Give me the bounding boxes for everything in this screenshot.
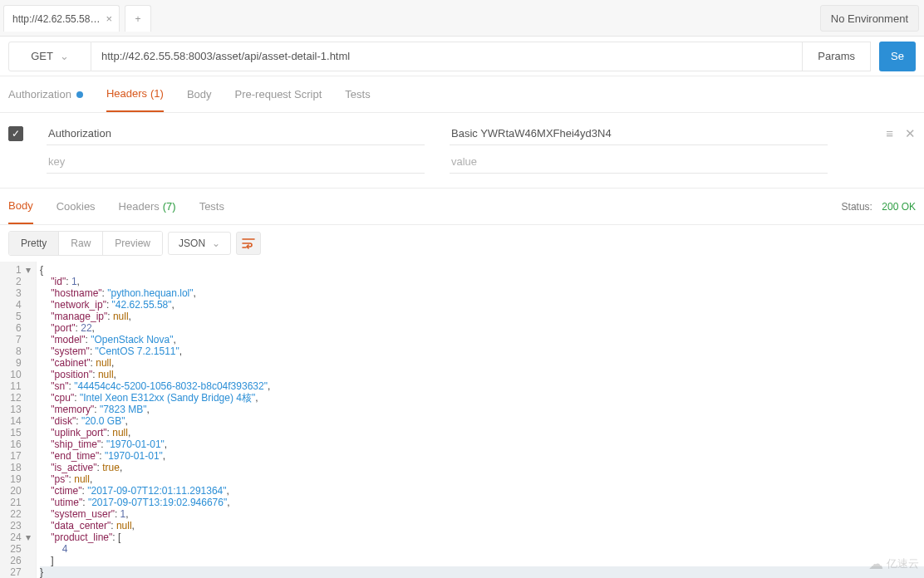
method-label: GET (31, 50, 53, 62)
chevron-down-icon: ⌄ (212, 238, 220, 249)
chevron-down-icon: ⌄ (60, 50, 69, 62)
tab-prerequest[interactable]: Pre-request Script (235, 76, 322, 112)
header-value-input[interactable] (450, 122, 828, 145)
watermark: ☁ 亿速云 (868, 555, 919, 573)
header-row-checkbox[interactable]: ✓ (8, 126, 23, 141)
dot-indicator-icon (76, 91, 83, 98)
view-mode-seg: Pretty Raw Preview (8, 231, 163, 256)
tab-body[interactable]: Body (187, 76, 212, 112)
tab-tests[interactable]: Tests (345, 76, 370, 112)
status-text: Status: (842, 201, 872, 213)
resp-tab-tests[interactable]: Tests (199, 189, 224, 224)
request-tab-label: http://42.62.55.58:800 (12, 13, 101, 25)
header-key-input-blank[interactable] (47, 150, 425, 174)
cloud-icon: ☁ (868, 555, 883, 573)
method-select[interactable]: GET ⌄ (8, 42, 91, 71)
response-body[interactable]: 1 ▾2 3 4 5 6 7 8 9 10 11 12 13 14 15 16 … (0, 262, 924, 578)
header-value-input-blank[interactable] (450, 150, 828, 174)
tab-headers-count: (1) (150, 87, 164, 100)
params-button[interactable]: Params (803, 42, 871, 71)
environment-select[interactable]: No Environment (820, 5, 919, 32)
format-select[interactable]: JSON ⌄ (168, 232, 231, 255)
resp-tab-cookies[interactable]: Cookies (57, 189, 96, 224)
resp-tab-headers[interactable]: Headers (7) (119, 189, 176, 224)
view-preview-button[interactable]: Preview (103, 232, 162, 255)
resp-tab-body[interactable]: Body (8, 189, 33, 224)
watermark-text: 亿速云 (887, 556, 919, 571)
delete-row-icon[interactable]: ✕ (905, 126, 916, 141)
response-code: { "id": 1, "hostname": "python.hequan.lo… (37, 262, 924, 578)
status-code: 200 OK (878, 198, 916, 215)
line-gutter: 1 ▾2 3 4 5 6 7 8 9 10 11 12 13 14 15 16 … (0, 262, 37, 578)
tab-authorization[interactable]: Authorization (8, 76, 83, 112)
url-text: http://42.62.55.58:8003/asset/api/asset-… (101, 50, 350, 62)
view-raw-button[interactable]: Raw (59, 232, 103, 255)
request-tab[interactable]: http://42.62.55.58:800 × (3, 5, 120, 32)
environment-label: No Environment (831, 12, 908, 25)
tab-headers-label: Headers (106, 87, 147, 100)
status-label: Status: 200 OK (842, 201, 916, 213)
header-key-input[interactable] (47, 122, 425, 145)
url-input[interactable]: http://42.62.55.58:8003/asset/api/asset-… (91, 42, 803, 71)
tab-auth-label: Authorization (8, 88, 71, 100)
send-button[interactable]: Se (879, 42, 916, 71)
bulk-edit-icon[interactable]: ≡ (886, 126, 893, 141)
add-tab-button[interactable]: + (125, 5, 151, 32)
close-tab-icon[interactable]: × (106, 12, 112, 25)
resp-tab-headers-label: Headers (119, 200, 160, 213)
format-label: JSON (179, 238, 205, 249)
wrap-icon (242, 238, 255, 249)
resp-tab-headers-count: (7) (163, 200, 176, 213)
wrap-toggle-button[interactable] (236, 232, 261, 255)
view-pretty-button[interactable]: Pretty (9, 232, 59, 255)
tab-headers[interactable]: Headers (1) (106, 76, 164, 112)
